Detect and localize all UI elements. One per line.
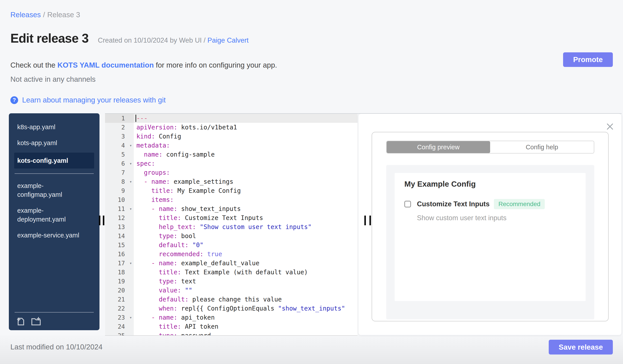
- sidebar-resize-handle-bar[interactable]: [103, 216, 104, 225]
- editor-line-21[interactable]: 21 default: please change this value: [105, 295, 357, 304]
- editor-line-12[interactable]: 12 title: Customize Text Inputs: [105, 213, 357, 222]
- git-releases-link[interactable]: Learn about managing your releases with …: [22, 96, 166, 104]
- code-line-content[interactable]: metadata:: [134, 141, 357, 150]
- add-folder-icon[interactable]: [31, 317, 41, 326]
- file-item-kots-config.yaml[interactable]: kots-config.yaml: [14, 153, 94, 168]
- line-number[interactable]: 25: [105, 331, 134, 336]
- code-line-content[interactable]: title: Customize Text Inputs: [134, 213, 357, 222]
- line-number[interactable]: 21: [105, 295, 134, 304]
- breadcrumb-releases-link[interactable]: Releases: [10, 11, 41, 19]
- line-number[interactable]: 8▾: [105, 177, 134, 186]
- code-line-content[interactable]: ---: [134, 114, 357, 123]
- editor-line-25[interactable]: 25 type: password: [105, 331, 357, 336]
- file-item-k8s-app.yaml[interactable]: k8s-app.yaml: [14, 121, 90, 133]
- file-item-example-service.yaml[interactable]: example-service.yaml: [14, 229, 90, 242]
- promote-button[interactable]: Promote: [563, 52, 613, 67]
- line-number[interactable]: 13: [105, 222, 134, 231]
- code-line-content[interactable]: type: password: [134, 331, 357, 336]
- editor-line-13[interactable]: 13 help_text: "Show custom user text inp…: [105, 222, 357, 231]
- line-number[interactable]: 18: [105, 268, 134, 277]
- code-line-content[interactable]: items:: [134, 195, 357, 204]
- editor-line-18[interactable]: 18 title: Text Example (with default val…: [105, 268, 357, 277]
- yaml-code-editor[interactable]: 1---2apiVersion: kots.io/v1beta13kind: C…: [105, 114, 357, 336]
- editor-line-5[interactable]: 5 name: config-sample: [105, 150, 357, 159]
- fold-arrow-icon[interactable]: ▾: [130, 204, 132, 213]
- line-number[interactable]: 1: [105, 114, 134, 123]
- file-item-kots-app.yaml[interactable]: kots-app.yaml: [14, 137, 90, 149]
- code-line-content[interactable]: default: "0": [134, 241, 357, 250]
- line-number[interactable]: 10: [105, 195, 134, 204]
- line-number[interactable]: 16: [105, 250, 134, 259]
- editor-line-4[interactable]: 4▾metadata:: [105, 141, 357, 150]
- code-line-content[interactable]: kind: Config: [134, 132, 357, 141]
- editor-line-1[interactable]: 1---: [105, 114, 357, 123]
- line-number[interactable]: 23▾: [105, 313, 134, 322]
- preview-resize-handle-bar[interactable]: [369, 216, 371, 225]
- fold-arrow-icon[interactable]: ▾: [130, 313, 132, 322]
- line-number[interactable]: 3: [105, 132, 134, 141]
- code-line-content[interactable]: title: API token: [134, 322, 357, 331]
- editor-line-24[interactable]: 24 title: API token: [105, 322, 357, 331]
- code-line-content[interactable]: - name: example_settings: [134, 177, 357, 186]
- sidebar-resize-handle-bar[interactable]: [99, 216, 100, 225]
- editor-line-19[interactable]: 19 type: text: [105, 277, 357, 286]
- editor-line-23[interactable]: 23▾ - name: api_token: [105, 313, 357, 322]
- line-number[interactable]: 2: [105, 123, 134, 132]
- editor-line-20[interactable]: 20 value: "": [105, 286, 357, 295]
- code-line-content[interactable]: help_text: "Show custom user text inputs…: [134, 222, 357, 231]
- line-number[interactable]: 11▾: [105, 204, 134, 213]
- kots-docs-link[interactable]: KOTS YAML documentation: [58, 61, 154, 69]
- code-line-content[interactable]: title: My Example Config: [134, 186, 357, 195]
- editor-line-14[interactable]: 14 type: bool: [105, 231, 357, 241]
- author-link[interactable]: Paige Calvert: [207, 37, 248, 44]
- code-line-content[interactable]: groups:: [134, 168, 357, 177]
- code-line-content[interactable]: recommended: true: [134, 250, 357, 259]
- code-line-content[interactable]: - name: show_text_inputs: [134, 204, 357, 213]
- code-line-content[interactable]: title: Text Example (with default value): [134, 268, 357, 277]
- preview-resize-handle-bar[interactable]: [364, 216, 366, 225]
- file-item-example-configmap.yaml[interactable]: example-configmap.yaml: [14, 180, 90, 201]
- line-number[interactable]: 12: [105, 213, 134, 222]
- code-line-content[interactable]: type: bool: [134, 231, 357, 241]
- editor-line-3[interactable]: 3kind: Config: [105, 132, 357, 141]
- code-line-content[interactable]: value: "": [134, 286, 357, 295]
- editor-line-10[interactable]: 10 items:: [105, 195, 357, 204]
- fold-arrow-icon[interactable]: ▾: [130, 141, 132, 150]
- tab-config-help[interactable]: Config help: [490, 141, 594, 153]
- question-icon[interactable]: ?: [10, 96, 18, 104]
- editor-line-11[interactable]: 11▾ - name: show_text_inputs: [105, 204, 357, 213]
- code-line-content[interactable]: - name: example_default_value: [134, 259, 357, 268]
- line-number[interactable]: 24: [105, 322, 134, 331]
- code-line-content[interactable]: spec:: [134, 159, 357, 168]
- close-icon[interactable]: [606, 122, 614, 131]
- save-release-button[interactable]: Save release: [549, 340, 613, 355]
- add-file-icon[interactable]: [16, 317, 25, 326]
- line-number[interactable]: 9: [105, 186, 134, 195]
- editor-line-7[interactable]: 7 groups:: [105, 168, 357, 177]
- editor-line-16[interactable]: 16 recommended: true: [105, 250, 357, 259]
- line-number[interactable]: 5: [105, 150, 134, 159]
- line-number[interactable]: 19: [105, 277, 134, 286]
- code-line-content[interactable]: type: text: [134, 277, 357, 286]
- file-item-example-deployment.yaml[interactable]: example-deployment.yaml: [14, 204, 90, 225]
- editor-line-6[interactable]: 6▾spec:: [105, 159, 357, 168]
- code-line-content[interactable]: - name: api_token: [134, 313, 357, 322]
- line-number[interactable]: 20: [105, 286, 134, 295]
- line-number[interactable]: 22: [105, 304, 134, 313]
- code-line-content[interactable]: apiVersion: kots.io/v1beta1: [134, 123, 357, 132]
- line-number[interactable]: 14: [105, 231, 134, 241]
- editor-line-15[interactable]: 15 default: "0": [105, 241, 357, 250]
- line-number[interactable]: 7: [105, 168, 134, 177]
- line-number[interactable]: 6▾: [105, 159, 134, 168]
- editor-line-2[interactable]: 2apiVersion: kots.io/v1beta1: [105, 123, 357, 132]
- code-line-content[interactable]: default: please change this value: [134, 295, 357, 304]
- fold-arrow-icon[interactable]: ▾: [130, 177, 132, 186]
- editor-line-9[interactable]: 9 title: My Example Config: [105, 186, 357, 195]
- editor-line-17[interactable]: 17▾ - name: example_default_value: [105, 259, 357, 268]
- code-line-content[interactable]: name: config-sample: [134, 150, 357, 159]
- tab-config-preview[interactable]: Config preview: [387, 141, 490, 153]
- editor-line-22[interactable]: 22 when: repl{{ ConfigOptionEquals "show…: [105, 304, 357, 313]
- fold-arrow-icon[interactable]: ▾: [130, 159, 132, 168]
- editor-line-8[interactable]: 8▾ - name: example_settings: [105, 177, 357, 186]
- fold-arrow-icon[interactable]: ▾: [130, 259, 132, 268]
